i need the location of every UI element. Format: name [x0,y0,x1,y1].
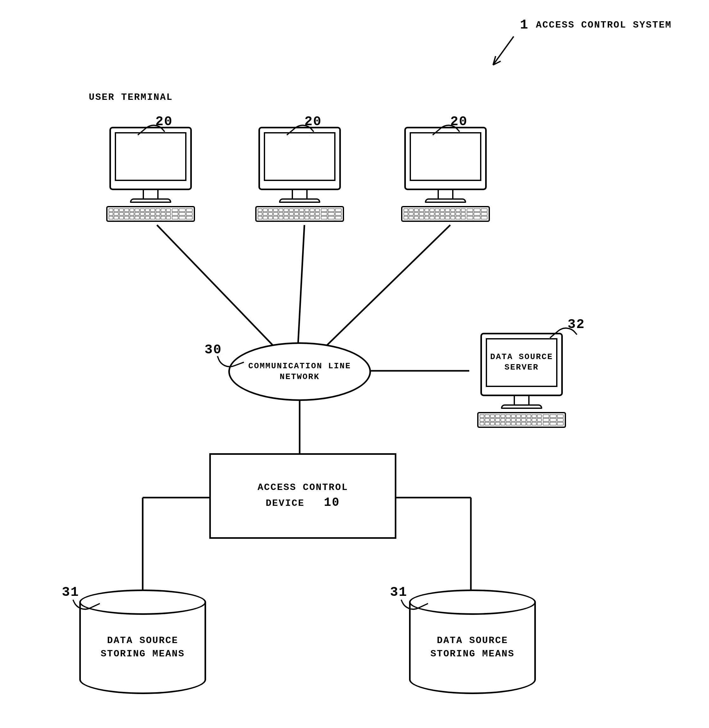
keyboard-icon [106,206,195,222]
acd-label-2: DEVICE [266,498,304,509]
network-label-1: COMMUNICATION LINE [248,361,351,371]
svg-line-0 [157,225,282,355]
network-label-2: NETWORK [280,372,319,381]
server-label-2: SERVER [505,363,539,372]
data-source-server: DATA SOURCE SERVER [469,333,574,437]
cylinder-icon [409,590,536,615]
acd-number: 10 [324,496,340,509]
network-node: COMMUNICATION LINE NETWORK [228,342,371,401]
access-control-device: ACCESS CONTROL DEVICE 10 [209,453,396,539]
data-store-left: DATA SOURCE STORING MEANS [79,590,206,694]
ds-right-label-2: STORING MEANS [430,648,514,659]
diagram-canvas: 1 ACCESS CONTROL SYSTEM USER TERMINAL 20… [0,0,709,728]
ds-left-label-2: STORING MEANS [101,648,185,659]
acd-label-1: ACCESS CONTROL [257,482,348,493]
svg-line-2 [324,225,450,349]
ds-right-label-1: DATA SOURCE [437,635,508,646]
keyboard-icon [401,206,490,222]
system-title: ACCESS CONTROL SYSTEM [536,20,672,31]
user-terminal-label: USER TERMINAL [89,92,173,103]
keyboard-icon [255,206,344,222]
svg-line-1 [298,225,304,344]
data-store-right: DATA SOURCE STORING MEANS [409,590,536,694]
server-label-1: DATA SOURCE [490,352,553,362]
keyboard-icon [477,412,566,428]
ds-left-label-1: DATA SOURCE [107,635,178,646]
system-number: 1 [520,17,529,33]
